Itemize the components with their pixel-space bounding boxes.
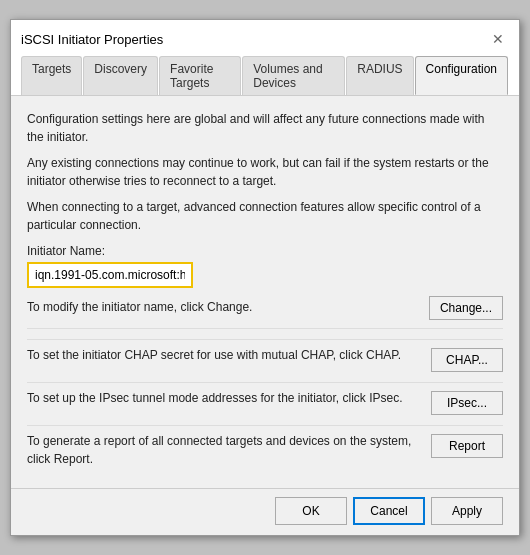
initiator-name-label: Initiator Name:: [27, 244, 503, 258]
chap-text: To set the initiator CHAP secret for use…: [27, 346, 421, 364]
ipsec-button[interactable]: IPsec...: [431, 391, 503, 415]
button-row: OK Cancel Apply: [11, 488, 519, 535]
ipsec-text: To set up the IPsec tunnel mode addresse…: [27, 389, 421, 407]
change-button[interactable]: Change...: [429, 296, 503, 320]
cancel-button[interactable]: Cancel: [353, 497, 425, 525]
tab-radius[interactable]: RADIUS: [346, 56, 413, 95]
report-button[interactable]: Report: [431, 434, 503, 458]
description-3: When connecting to a target, advanced co…: [27, 198, 503, 234]
tab-discovery[interactable]: Discovery: [83, 56, 158, 95]
tab-volumes-devices[interactable]: Volumes and Devices: [242, 56, 345, 95]
title-bar: iSCSI Initiator Properties ✕ Targets Dis…: [11, 20, 519, 96]
description-2: Any existing connections may continue to…: [27, 154, 503, 190]
ipsec-section: To set up the IPsec tunnel mode addresse…: [27, 382, 503, 415]
ok-button[interactable]: OK: [275, 497, 347, 525]
chap-section: To set the initiator CHAP secret for use…: [27, 339, 503, 372]
report-section: To generate a report of all connected ta…: [27, 425, 503, 468]
tab-favorite-targets[interactable]: Favorite Targets: [159, 56, 241, 95]
initiator-name-section: Initiator Name:: [27, 244, 503, 288]
window-title: iSCSI Initiator Properties: [21, 32, 163, 47]
description-1: Configuration settings here are global a…: [27, 110, 503, 146]
description-block: Configuration settings here are global a…: [27, 110, 503, 234]
dialog-window: iSCSI Initiator Properties ✕ Targets Dis…: [10, 19, 520, 536]
close-button[interactable]: ✕: [487, 28, 509, 50]
content-area: Configuration settings here are global a…: [11, 96, 519, 488]
apply-button[interactable]: Apply: [431, 497, 503, 525]
chap-button[interactable]: CHAP...: [431, 348, 503, 372]
initiator-name-input[interactable]: [27, 262, 193, 288]
modify-text: To modify the initiator name, click Chan…: [27, 300, 419, 314]
tab-configuration[interactable]: Configuration: [415, 56, 508, 95]
report-text: To generate a report of all connected ta…: [27, 432, 421, 468]
tab-bar: Targets Discovery Favorite Targets Volum…: [21, 56, 509, 95]
tab-targets[interactable]: Targets: [21, 56, 82, 95]
modify-row: To modify the initiator name, click Chan…: [27, 294, 503, 329]
